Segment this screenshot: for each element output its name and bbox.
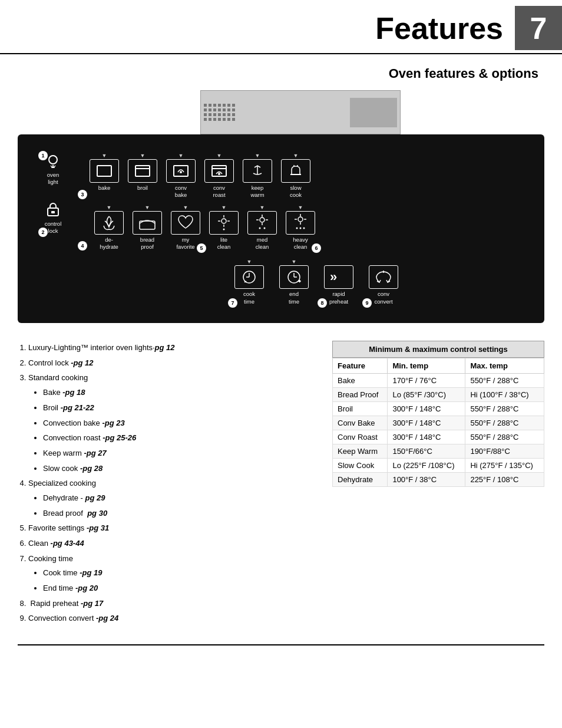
features-list: Luxury-Lighting™ interior oven lights·pg… bbox=[18, 341, 315, 627]
list-item-3f: Slow cook -pg 28 bbox=[43, 462, 315, 476]
table-row: Conv Bake300°F / 148°C550°F / 288°C bbox=[333, 416, 544, 430]
conv-bake-button[interactable]: ▼ convbake bbox=[163, 152, 199, 199]
table-cell: 550°F / 288°C bbox=[465, 402, 544, 416]
broil-button[interactable]: ▼ broil bbox=[124, 152, 161, 199]
slow-cook-label: slowcook bbox=[290, 185, 302, 199]
slow-cook-icon bbox=[281, 159, 310, 183]
med-clean-icon bbox=[247, 211, 277, 235]
bread-proof-arrow: ▼ bbox=[145, 204, 150, 211]
svg-point-24 bbox=[223, 228, 225, 230]
conv-roast-icon bbox=[204, 159, 234, 183]
lite-clean-icon bbox=[209, 211, 239, 235]
oven-light-label: ovenlight bbox=[47, 172, 59, 186]
bread-proof-button[interactable]: ▼ breadproof bbox=[129, 204, 166, 251]
end-time-button[interactable]: ▼ endtime bbox=[274, 258, 314, 305]
conv-bake-arrow: ▼ bbox=[178, 152, 184, 159]
row3: ▼ cooktime 7 bbox=[82, 258, 533, 305]
list-item-7: Cooking time Cook time -pg 19 End time -… bbox=[28, 552, 315, 596]
control-lock-button[interactable]: controllock 2 bbox=[44, 201, 62, 235]
circle-1: 1 bbox=[38, 151, 48, 160]
my-fav-label: myfavorite bbox=[176, 236, 194, 251]
conv-roast-label: convroast bbox=[213, 185, 225, 199]
my-fav-icon bbox=[171, 211, 200, 235]
conv-convert-button[interactable]: convconvert 9 bbox=[363, 258, 404, 305]
table-cell: Conv Bake bbox=[333, 416, 388, 430]
broil-icon bbox=[128, 159, 157, 183]
conv-convert-arrow bbox=[383, 258, 385, 265]
rapid-preheat-label: rapidpreheat bbox=[329, 291, 348, 305]
table-cell: 300°F / 148°C bbox=[388, 430, 465, 444]
table-row: Slow CookLo (225°F /108°C)Hi (275°F / 13… bbox=[333, 459, 544, 473]
table-cell: 550°F / 288°C bbox=[465, 416, 544, 430]
end-time-label: endtime bbox=[289, 291, 299, 305]
med-clean-button[interactable]: ▼ bbox=[244, 204, 280, 251]
table-cell: 550°F / 288°C bbox=[465, 374, 544, 388]
bake-button[interactable]: ▼ bake bbox=[86, 152, 123, 199]
bread-proof-icon bbox=[133, 211, 162, 235]
conv-roast-button[interactable]: ▼ convroast bbox=[201, 152, 237, 199]
table-row: Keep Warm150°F/66°C190°F/88°C bbox=[333, 444, 544, 459]
conv-roast-arrow: ▼ bbox=[217, 152, 222, 159]
svg-line-2 bbox=[51, 166, 52, 167]
conv-convert-label: convconvert bbox=[374, 291, 392, 305]
circle-4: 4 bbox=[78, 241, 87, 251]
page-title: Features bbox=[0, 11, 515, 46]
list-item-4a: Dehydrate - pg 29 bbox=[43, 491, 315, 506]
heavy-clean-label: heavyclean bbox=[293, 236, 308, 251]
my-favorite-button[interactable]: ▼ myfavorite 5 bbox=[167, 204, 204, 251]
circle-8: 8 bbox=[318, 298, 327, 308]
table-row: Bread ProofLo (85°F /30°C)Hi (100°F / 38… bbox=[333, 388, 544, 402]
cook-time-arrow: ▼ bbox=[247, 258, 252, 265]
table-cell: Lo (85°F /30°C) bbox=[388, 388, 465, 402]
svg-point-19 bbox=[222, 219, 226, 223]
row2: 4 ▼ bbox=[82, 204, 533, 251]
buttons-area: 3 ▼ bake bbox=[80, 146, 535, 311]
svg-point-38 bbox=[300, 227, 302, 229]
table-cell: Conv Roast bbox=[333, 430, 388, 444]
oven-light-button[interactable]: 1 ovenlight bbox=[44, 152, 62, 186]
main-content: Oven features & options bbox=[0, 54, 562, 657]
left-icons-section: 1 ovenlight bbox=[27, 146, 80, 311]
cook-time-button[interactable]: ▼ cooktime 7 bbox=[229, 258, 269, 305]
table-row: Broil300°F / 148°C550°F / 288°C bbox=[333, 402, 544, 416]
svg-point-39 bbox=[303, 227, 305, 229]
list-item-3d: Convection roast -pg 25-26 bbox=[43, 431, 315, 446]
slow-cook-arrow: ▼ bbox=[293, 152, 299, 159]
heavy-clean-button[interactable]: ▼ bbox=[282, 204, 319, 251]
table-header-min: Min. temp bbox=[388, 358, 465, 374]
list-item-8: Rapid preheat -pg 17 bbox=[28, 597, 315, 611]
conv-bake-icon bbox=[166, 159, 196, 183]
lite-clean-button[interactable]: ▼ litecl bbox=[206, 204, 242, 251]
list-item-5: Favorite settings -pg 31 bbox=[28, 521, 315, 536]
table-cell: Dehydrate bbox=[333, 473, 388, 487]
table-header-max: Max. temp bbox=[465, 358, 544, 374]
table-cell: Keep Warm bbox=[333, 444, 388, 459]
list-item-4: Specialized cooking Dehydrate - pg 29 Br… bbox=[28, 476, 315, 521]
conv-convert-icon bbox=[369, 265, 398, 289]
circle-6: 6 bbox=[312, 243, 321, 253]
table-cell: 100°F / 38°C bbox=[388, 473, 465, 487]
table-cell: Hi (275°F / 135°C) bbox=[465, 459, 544, 473]
list-item-6: Clean -pg 43-44 bbox=[28, 536, 315, 551]
slow-cook-button[interactable]: ▼ slowcook bbox=[277, 152, 314, 199]
svg-text:»: » bbox=[330, 269, 337, 284]
broil-label: broil bbox=[137, 185, 148, 192]
list-item-3b: Broil -pg 21-22 bbox=[43, 401, 315, 416]
keep-warm-button[interactable]: ▼ keepwarm bbox=[239, 152, 276, 199]
table-row: Bake170°F / 76°C550°F / 288°C bbox=[333, 374, 544, 388]
list-item-2: Control lock -pg 12 bbox=[28, 356, 315, 371]
broil-arrow: ▼ bbox=[140, 152, 146, 159]
bread-proof-label: breadproof bbox=[140, 236, 154, 251]
med-clean-label: medclean bbox=[256, 236, 269, 251]
table-cell: 170°F / 76°C bbox=[388, 374, 465, 388]
bake-arrow: ▼ bbox=[102, 152, 107, 159]
table-cell: Slow Cook bbox=[333, 459, 388, 473]
rapid-preheat-button[interactable]: » rapidpreheat 8 bbox=[319, 258, 359, 305]
heavy-clean-icon bbox=[286, 211, 315, 235]
dehydrate-button[interactable]: ▼ de-hydrate bbox=[91, 204, 127, 251]
circle-5: 5 bbox=[197, 243, 206, 253]
list-item-4b: Bread proof pg 30 bbox=[43, 506, 315, 521]
table-cell: 550°F / 288°C bbox=[465, 430, 544, 444]
keep-warm-arrow: ▼ bbox=[255, 152, 260, 159]
oven-diagram: 1 ovenlight bbox=[18, 90, 544, 323]
